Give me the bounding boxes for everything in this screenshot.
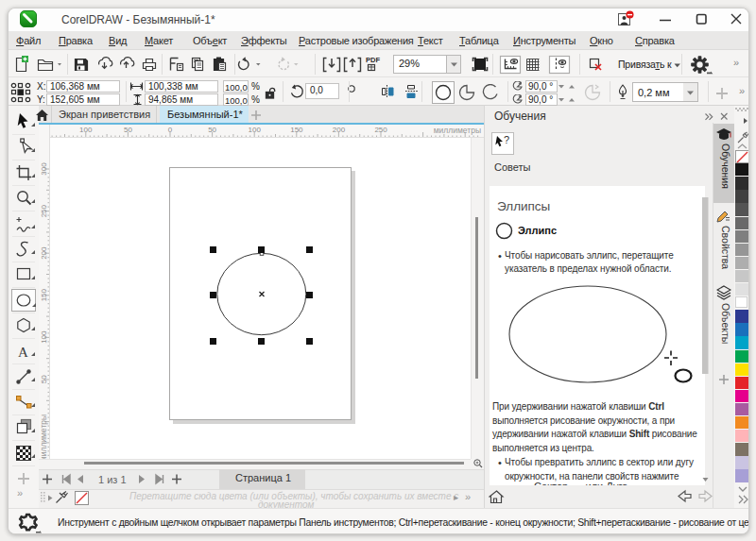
svg-text:100: 100	[249, 126, 262, 134]
svg-text:1 из 1: 1 из 1	[98, 474, 127, 485]
svg-text:200: 200	[333, 126, 346, 134]
svg-text:100: 100	[79, 126, 93, 134]
svg-text:»: »	[17, 487, 23, 499]
svg-text:50: 50	[208, 126, 216, 134]
svg-text:150: 150	[40, 288, 48, 301]
svg-text:миллиметры: миллиметры	[39, 414, 48, 459]
svg-text:250: 250	[40, 204, 48, 217]
svg-text:миллиметры: миллиметры	[434, 126, 481, 135]
svg-text:0: 0	[168, 126, 173, 134]
svg-text:100: 100	[40, 330, 48, 344]
svg-text:PDF: PDF	[366, 56, 380, 64]
svg-text:250: 250	[374, 126, 387, 134]
svg-text:200: 200	[40, 246, 48, 260]
svg-text:300: 300	[40, 162, 48, 176]
svg-text:50: 50	[124, 126, 132, 134]
svg-text:A: A	[18, 345, 28, 360]
svg-text:50: 50	[40, 375, 48, 383]
svg-text:150: 150	[290, 126, 303, 134]
svg-text:?: ?	[504, 134, 509, 145]
